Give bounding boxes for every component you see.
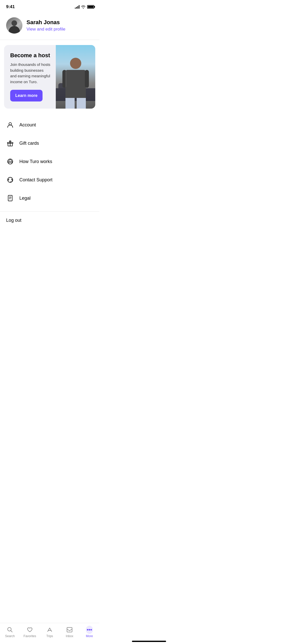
host-card-image <box>56 45 95 109</box>
learn-more-button[interactable]: Learn more <box>10 90 43 101</box>
status-time: 9:41 <box>6 4 15 9</box>
contact-support-label: Contact Support <box>19 177 52 183</box>
menu-item-account[interactable]: Account <box>0 116 99 134</box>
host-card: Become a host Join thousands of hosts bu… <box>4 45 95 109</box>
turo-works-icon <box>6 157 14 166</box>
svg-rect-9 <box>8 195 12 201</box>
account-label: Account <box>19 122 36 128</box>
gift-cards-label: Gift cards <box>19 141 39 146</box>
menu-item-gift-cards[interactable]: Gift cards <box>0 134 99 152</box>
battery-icon <box>87 5 94 9</box>
status-bar: 9:41 <box>0 0 99 12</box>
menu-item-how-turo-works[interactable]: How Turo works <box>0 152 99 171</box>
menu-item-contact-support[interactable]: Contact Support <box>0 171 99 189</box>
gift-icon <box>6 139 14 147</box>
support-icon <box>6 176 14 184</box>
host-card-title: Become a host <box>10 52 51 59</box>
legal-icon <box>6 194 14 202</box>
host-card-content: Become a host Join thousands of hosts bu… <box>4 45 56 109</box>
profile-name: Sarah Jonas <box>26 19 65 26</box>
menu-item-legal[interactable]: Legal <box>0 189 99 207</box>
profile-section[interactable]: Sarah Jonas View and edit profile <box>0 12 99 40</box>
host-person-figure <box>60 58 91 109</box>
how-turo-works-label: How Turo works <box>19 159 52 164</box>
avatar[interactable] <box>6 17 22 34</box>
svg-rect-7 <box>8 179 8 181</box>
account-icon <box>6 121 14 129</box>
svg-rect-8 <box>12 179 13 181</box>
svg-point-4 <box>8 161 10 163</box>
profile-divider <box>0 40 99 40</box>
signal-icon <box>75 5 79 9</box>
status-icons <box>75 5 94 9</box>
host-card-description: Join thousands of hosts building busines… <box>10 62 51 85</box>
menu-list: Account Gift cards How Turo works <box>0 114 99 209</box>
profile-info: Sarah Jonas View and edit profile <box>26 19 65 32</box>
svg-point-5 <box>11 161 12 163</box>
edit-profile-link[interactable]: View and edit profile <box>26 27 65 32</box>
logout-button[interactable]: Log out <box>0 212 99 229</box>
wifi-icon <box>81 5 86 9</box>
legal-label: Legal <box>19 196 31 201</box>
